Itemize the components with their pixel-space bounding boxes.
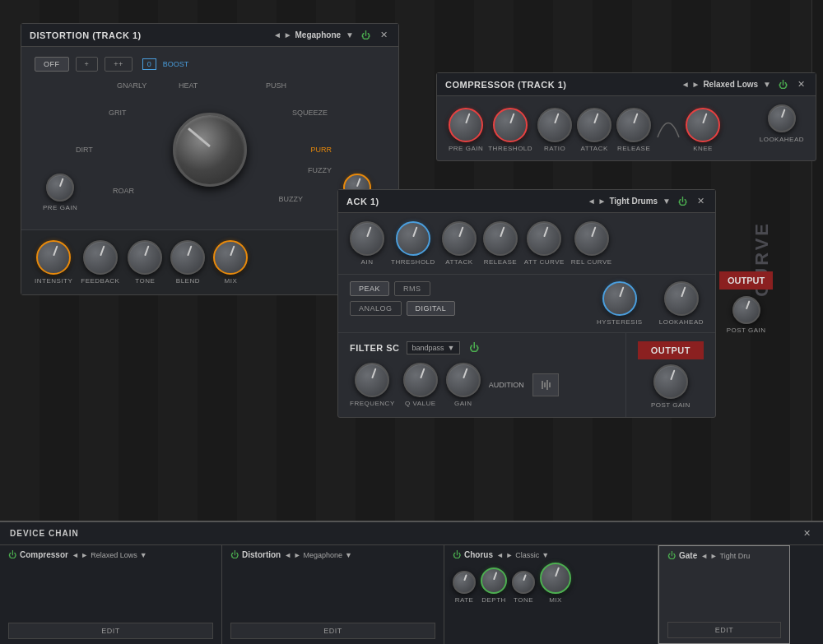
comp-knee-knob[interactable] — [686, 108, 720, 142]
gate-chain-preset-row: ◄ ► Tight Dru — [700, 552, 750, 560]
td-relcurve-container: REL CURVE — [571, 221, 612, 266]
qval-knob[interactable] — [403, 363, 438, 397]
td-gain-knob[interactable] — [350, 221, 384, 256]
intensity-container: INTENSITY — [35, 240, 72, 285]
chorus-tone-container: TONE — [512, 571, 535, 604]
device-chain: DEVICE CHAIN ✕ ⏻ Compressor ◄ ► Relaxed … — [0, 521, 823, 644]
freq-container: FREQUENCY — [350, 363, 395, 407]
device-chain-close[interactable]: ✕ — [801, 527, 813, 540]
buzzy-label: BUZZY — [278, 195, 303, 203]
tight-drums-power-button[interactable]: ⏻ — [676, 196, 690, 207]
gate-edit-btn[interactable]: EDIT — [667, 622, 781, 638]
td-lookahead-knob[interactable] — [664, 281, 699, 316]
comp-chain-dropdown[interactable]: ▼ — [140, 551, 147, 559]
intensity-knob[interactable] — [36, 240, 71, 275]
push-label: PUSH — [266, 81, 286, 90]
compressor-power-button[interactable]: ⏻ — [776, 79, 790, 90]
chorus-chain-power[interactable]: ⏻ — [453, 550, 461, 559]
blend-knob[interactable] — [170, 240, 205, 275]
td-attcurve-knob[interactable] — [527, 221, 561, 256]
td-gain-label: AIN — [361, 258, 374, 266]
td-threshold-label: THRESHOLD — [391, 258, 435, 266]
chorus-chain-arrows[interactable]: ◄ ► — [496, 551, 513, 559]
distortion-prev-arrow[interactable]: ◄ ► — [273, 30, 292, 39]
comp-knee-label: KNEE — [693, 145, 713, 152]
intensity-label: INTENSITY — [35, 277, 72, 285]
chorus-chain-name: Chorus — [464, 550, 493, 559]
distortion-chain-power[interactable]: ⏻ — [230, 550, 239, 559]
distortion-dropdown[interactable]: ▼ — [346, 30, 354, 39]
output-button[interactable]: OUTPUT — [638, 341, 704, 359]
rms-btn[interactable]: RMS — [394, 281, 430, 296]
comp-output-btn[interactable]: OUTPUT — [719, 271, 773, 290]
digital-btn[interactable]: DIGITAL — [407, 301, 456, 316]
feedback-label: FEEDBACK — [81, 277, 119, 285]
dist-chain-dropdown[interactable]: ▼ — [345, 551, 352, 559]
chorus-mix-label: MIX — [549, 596, 562, 604]
comp-postgain-knob[interactable] — [732, 296, 760, 324]
compressor-dropdown[interactable]: ▼ — [763, 80, 771, 89]
comp-release-knob[interactable] — [616, 108, 651, 142]
tight-drums-prev-arrow[interactable]: ◄ ► — [588, 197, 607, 206]
td-threshold-knob[interactable] — [396, 221, 430, 256]
td-lookahead-container: LOOKAHEAD — [659, 281, 704, 326]
comp-pregain-label: PRE GAIN — [449, 145, 483, 152]
comp-chain-arrows[interactable]: ◄ ► — [72, 551, 88, 559]
audition-icon — [540, 379, 551, 391]
gate-chain-arrows[interactable]: ◄ ► — [700, 552, 717, 560]
fsc-postgain-knob[interactable] — [653, 364, 688, 399]
feedback-knob[interactable] — [83, 240, 118, 275]
tone-knob[interactable] — [128, 240, 162, 275]
td-relcurve-knob[interactable] — [574, 221, 609, 256]
comp-lookahead-knob[interactable] — [768, 104, 796, 132]
td-detection-btns: PEAK RMS — [350, 281, 455, 296]
td-hysteresis-knob[interactable] — [602, 281, 637, 316]
compressor-preset-name: Relaxed Lows — [703, 80, 758, 89]
td-attack-knob[interactable] — [442, 221, 477, 256]
distortion-power-button[interactable]: ⏻ — [359, 30, 373, 41]
distortion-plus-btn[interactable]: + — [76, 57, 99, 72]
distortion-plusplus-btn[interactable]: ++ — [105, 57, 133, 72]
fsc-gain-knob[interactable] — [446, 363, 481, 397]
tight-drums-panel: ACK 1) ◄ ► Tight Drums ▼ ⏻ ✕ AIN THRESHO… — [337, 189, 716, 418]
chorus-rate-knob[interactable] — [453, 571, 476, 594]
compressor-prev-arrow[interactable]: ◄ ► — [681, 80, 700, 89]
td-release-knob[interactable] — [483, 221, 518, 256]
chorus-depth-knob[interactable] — [481, 568, 507, 594]
mix-knob[interactable] — [213, 240, 248, 275]
compressor-chain-power[interactable]: ⏻ — [8, 550, 16, 559]
tight-drums-close-button[interactable]: ✕ — [695, 195, 707, 207]
distortion-off-btn[interactable]: OFF — [35, 57, 69, 72]
tone-label: TONE — [135, 277, 155, 285]
chorus-tone-knob[interactable] — [512, 571, 535, 594]
chorus-chain-preset: Classic — [515, 551, 539, 559]
device-chain-header: DEVICE CHAIN ✕ — [0, 522, 823, 545]
td-gain-container: AIN — [350, 221, 384, 266]
comp-attack-knob[interactable] — [577, 108, 611, 142]
comp-postgain-container: POST GAIN — [727, 296, 766, 334]
td-attack-container: ATTACK — [442, 221, 477, 266]
distortion-edit-btn[interactable]: EDIT — [230, 623, 435, 639]
peak-btn[interactable]: PEAK — [350, 281, 389, 296]
distortion-preset-name: Megaphone — [295, 30, 342, 39]
filter-sc-power[interactable]: ⏻ — [467, 341, 481, 354]
dist-chain-arrows[interactable]: ◄ ► — [284, 551, 300, 559]
freq-knob[interactable] — [355, 363, 389, 397]
tight-drums-dropdown[interactable]: ▼ — [663, 197, 671, 206]
distortion-close-button[interactable]: ✕ — [378, 29, 390, 41]
comp-ratio-knob[interactable] — [537, 108, 572, 142]
chorus-chain-dropdown[interactable]: ▼ — [542, 551, 549, 559]
compressor-edit-btn[interactable]: EDIT — [8, 623, 213, 639]
audition-button[interactable] — [532, 373, 559, 396]
gate-chain-power[interactable]: ⏻ — [667, 551, 676, 560]
comp-threshold-knob[interactable] — [493, 108, 528, 142]
comp-pregain-knob[interactable] — [449, 108, 483, 142]
chorus-mix-knob[interactable] — [540, 563, 571, 594]
comp-ratio-container: RATIO — [537, 108, 572, 152]
filter-type-select[interactable]: bandpass ▼ — [407, 341, 461, 354]
distortion-main-knob[interactable] — [173, 113, 247, 187]
chorus-depth-container: DEPTH — [481, 568, 507, 604]
compressor-close-button[interactable]: ✕ — [795, 78, 807, 90]
distortion-pregain-knob[interactable] — [46, 174, 74, 202]
analog-btn[interactable]: ANALOG — [350, 301, 402, 316]
